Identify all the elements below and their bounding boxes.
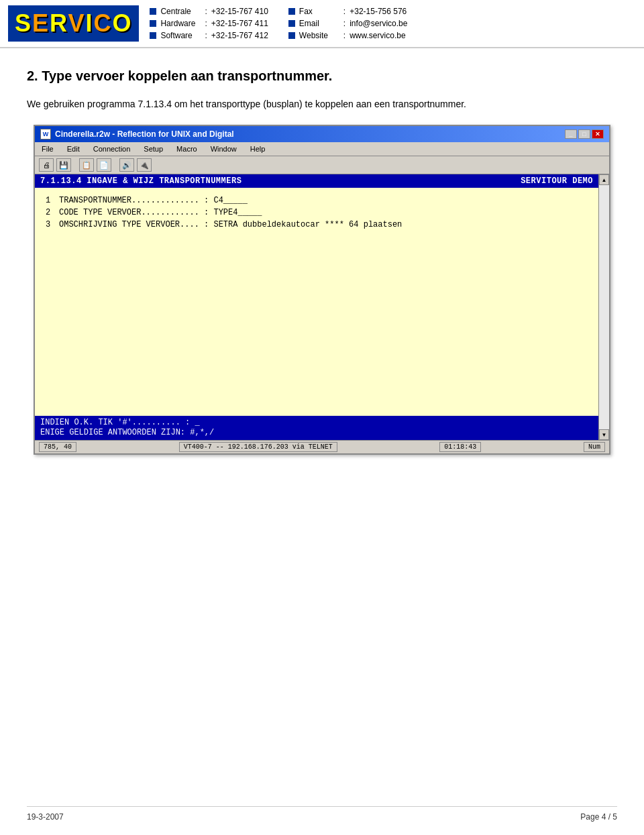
term-text-1: TRANSPORTNUMMER.............. : C4_____	[59, 196, 248, 205]
scroll-down-btn[interactable]: ▼	[599, 429, 609, 440]
term-status-line-1: INDIEN O.K. TIK '#'.......... : _	[40, 418, 593, 427]
email-value: info@servico.be	[350, 19, 407, 28]
term-num-3: 3	[46, 220, 59, 229]
scroll-up-btn[interactable]: ▲	[599, 174, 609, 185]
bullet-icon	[288, 20, 295, 27]
term-mode: Num	[584, 442, 605, 452]
footer-date: 19-3-2007	[27, 812, 64, 822]
maximize-button[interactable]: □	[578, 129, 590, 139]
toolbar-connect-btn[interactable]: 🔌	[137, 158, 152, 172]
toolbar: 🖨 💾 📋 📄 🔊 🔌	[35, 156, 609, 174]
bullet-icon	[288, 32, 295, 39]
close-button[interactable]: ✕	[592, 129, 604, 139]
term-header-right: SERVITOUR DEMO	[521, 176, 593, 186]
term-line-3: 3 OMSCHRIJVING TYPE VERVOER.... : SETRA …	[46, 220, 588, 229]
term-line-2: 2 CODE TYPE VERVOER............ : TYPE4_…	[46, 208, 588, 217]
website-label: Website	[299, 31, 339, 40]
fax-row: Fax : +32-15-756 576	[288, 7, 408, 16]
page-footer: 19-3-2007 Page 4 / 5	[27, 806, 617, 822]
website-row: Website : www.servico.be	[288, 31, 408, 40]
fax-sep: :	[343, 7, 345, 16]
title-bar-left: W Cinderella.r2w - Reflection for UNIX a…	[40, 129, 234, 140]
bullet-icon	[150, 32, 156, 39]
hardware-label: Hardware	[160, 19, 201, 28]
hardware-row: Hardware : +32-15-767 411	[150, 19, 268, 28]
terminal-body: 7.1.13.4 INGAVE & WIJZ TRANSPORTNUMMERS …	[35, 174, 609, 440]
centrale-value: +32-15-767 410	[211, 7, 268, 16]
toolbar-paste-btn[interactable]: 📄	[97, 158, 111, 172]
term-status: INDIEN O.K. TIK '#'.......... : _ ENIGE …	[35, 416, 598, 440]
fax-label: Fax	[299, 7, 339, 16]
scrollbar[interactable]: ▲ ▼	[598, 174, 609, 440]
centrale-row: Centrale : +32-15-767 410	[150, 7, 268, 16]
footer-page: Page 4 / 5	[580, 812, 617, 822]
software-row: Software : +32-15-767 412	[150, 31, 268, 40]
section-title: 2. Type vervoer koppelen aan transportnu…	[27, 68, 617, 84]
menu-window[interactable]: Window	[207, 144, 241, 154]
software-sep: :	[205, 31, 207, 40]
hardware-sep: :	[205, 19, 207, 28]
terminal-window: W Cinderella.r2w - Reflection for UNIX a…	[34, 125, 610, 455]
fax-value: +32-15-756 576	[350, 7, 407, 16]
main-content: 2. Type vervoer koppelen aan transportnu…	[0, 48, 644, 475]
menu-help[interactable]: Help	[246, 144, 270, 154]
term-pos: 785, 40	[39, 442, 76, 452]
toolbar-sep2	[114, 158, 117, 172]
menu-edit[interactable]: Edit	[63, 144, 84, 154]
centrale-sep: :	[205, 7, 207, 16]
term-status-line-2: ENIGE GELDIGE ANTWOORDEN ZIJN: #,*,/	[40, 428, 593, 437]
toolbar-sound-btn[interactable]: 🔊	[119, 158, 134, 172]
bullet-icon	[150, 8, 156, 15]
term-content: 1 TRANSPORTNUMMER.............. : C4____…	[35, 188, 598, 416]
bullet-icon	[288, 8, 295, 15]
email-label: Email	[299, 19, 339, 28]
menu-macro[interactable]: Macro	[172, 144, 201, 154]
bullet-icon	[150, 20, 156, 27]
window-title: Cinderella.r2w - Reflection for UNIX and…	[55, 129, 234, 139]
website-value: www.servico.be	[350, 31, 405, 40]
logo-text: SERVICO	[15, 9, 132, 38]
menu-connection[interactable]: Connection	[89, 144, 135, 154]
menu-setup[interactable]: Setup	[140, 144, 167, 154]
email-sep: :	[343, 19, 345, 28]
term-taskbar: 785, 40 VT400-7 -- 192.168.176.203 via T…	[35, 440, 609, 453]
software-value: +32-15-767 412	[211, 31, 268, 40]
term-line-1: 1 TRANSPORTNUMMER.............. : C4____…	[46, 196, 588, 205]
page-header: SERVICO Centrale : +32-15-767 410 Hardwa…	[0, 0, 644, 48]
term-connection: VT400-7 -- 192.168.176.203 via TELNET	[179, 442, 337, 452]
menu-bar: File Edit Connection Setup Macro Window …	[35, 142, 609, 156]
term-text-3: OMSCHRIJVING TYPE VERVOER.... : SETRA du…	[59, 220, 402, 229]
hardware-value: +32-15-767 411	[211, 19, 268, 28]
menu-file[interactable]: File	[38, 144, 58, 154]
software-label: Software	[160, 31, 201, 40]
term-time: 01:18:43	[439, 442, 481, 452]
website-sep: :	[343, 31, 345, 40]
contact-info: Centrale : +32-15-767 410 Hardware : +32…	[150, 5, 407, 42]
toolbar-save-btn[interactable]: 💾	[56, 158, 71, 172]
centrale-label: Centrale	[160, 7, 201, 16]
term-num-2: 2	[46, 208, 59, 217]
email-row: Email : info@servico.be	[288, 19, 408, 28]
term-header-left: 7.1.13.4 INGAVE & WIJZ TRANSPORTNUMMERS	[40, 176, 241, 186]
app-icon: W	[40, 129, 51, 140]
title-buttons: _ □ ✕	[565, 129, 604, 139]
terminal-main: 7.1.13.4 INGAVE & WIJZ TRANSPORTNUMMERS …	[35, 174, 598, 440]
contact-col-1: Centrale : +32-15-767 410 Hardware : +32…	[150, 7, 268, 40]
logo: SERVICO	[8, 5, 139, 42]
scroll-track[interactable]	[599, 185, 609, 429]
term-num-1: 1	[46, 196, 59, 205]
toolbar-print-btn[interactable]: 🖨	[39, 158, 54, 172]
intro-text: We gebruiken programma 7.1.13.4 om het t…	[27, 97, 617, 111]
minimize-button[interactable]: _	[565, 129, 577, 139]
contact-col-2: Fax : +32-15-756 576 Email : info@servic…	[288, 7, 408, 40]
term-text-2: CODE TYPE VERVOER............ : TYPE4___…	[59, 208, 262, 217]
toolbar-copy-btn[interactable]: 📋	[79, 158, 94, 172]
title-bar: W Cinderella.r2w - Reflection for UNIX a…	[35, 126, 609, 142]
term-header-bar: 7.1.13.4 INGAVE & WIJZ TRANSPORTNUMMERS …	[35, 174, 598, 188]
toolbar-sep	[74, 158, 76, 172]
